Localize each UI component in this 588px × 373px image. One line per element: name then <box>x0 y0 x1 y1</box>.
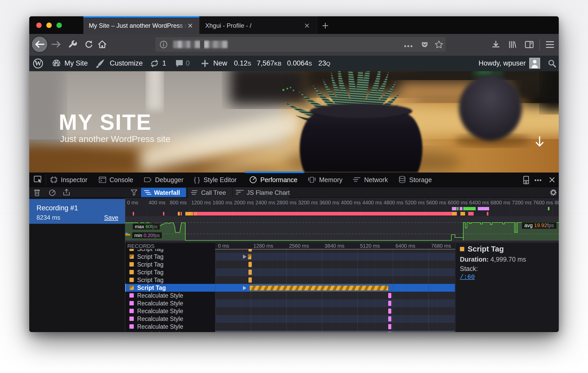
svg-text:W: W <box>35 59 42 67</box>
